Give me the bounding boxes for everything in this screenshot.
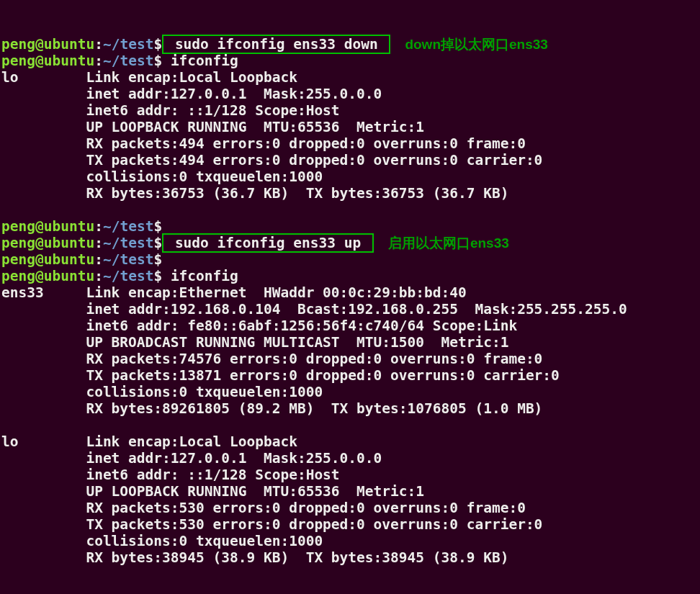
blank-line [1,566,699,582]
prompt-line-empty[interactable]: peng@ubuntu:~/test$ [1,251,699,268]
output-line: RX bytes:89261805 (89.2 MB) TX bytes:107… [1,400,699,417]
prompt-line[interactable]: peng@ubuntu:~/test$ ifconfig [1,53,699,69]
output-line: inet6 addr: ::1/128 Scope:Host [1,467,699,483]
output-line: TX packets:13871 errors:0 dropped:0 over… [1,367,699,384]
output-line: ens33 Link encap:Ethernet HWaddr 00:0c:2… [1,284,699,301]
output-line: RX bytes:38945 (38.9 KB) TX bytes:38945 … [1,549,699,566]
cmd-ifconfig-up: sudo ifconfig ens33 up [163,235,372,251]
at-sign: @ [35,36,44,53]
output-line: inet addr:192.168.0.104 Bcast:192.168.0.… [1,301,699,318]
terminal-output: peng@ubuntu:~/test$ sudo ifconfig ens33 … [0,0,700,587]
cwd: test [120,36,153,53]
output-line: TX packets:530 errors:0 dropped:0 overru… [1,516,699,533]
prompt-line[interactable]: peng@ubuntu:~/test$ sudo ifconfig ens33 … [1,36,699,53]
output-line: UP BROADCAST RUNNING MULTICAST MTU:1500 … [1,334,699,351]
tilde: ~ [103,36,112,53]
output-line: lo Link encap:Local Loopback [1,69,699,86]
output-line: inet6 addr: ::1/128 Scope:Host [1,102,699,119]
output-line: collisions:0 txqueuelen:1000 [1,168,699,185]
output-line: collisions:0 txqueuelen:1000 [1,533,699,549]
ifconfig-output-full: ens33 Link encap:Ethernet HWaddr 00:0c:2… [1,284,699,582]
colon: : [94,36,103,53]
user: peng [1,36,35,53]
highlight-box-down: sudo ifconfig ens33 down [162,35,390,54]
prompt-line-empty[interactable]: peng@ubuntu:~/test$ [1,218,699,235]
output-line: RX bytes:36753 (36.7 KB) TX bytes:36753 … [1,185,699,202]
cmd-ifconfig-down: sudo ifconfig ens33 down [163,36,389,53]
prompt-line[interactable]: peng@ubuntu:~/test$ sudo ifconfig ens33 … [1,235,699,251]
blank-line [1,202,699,218]
output-line: inet6 addr: fe80::6abf:1256:56f4:c740/64… [1,318,699,334]
cmd-ifconfig: ifconfig [162,53,238,69]
output-line: collisions:0 txqueuelen:1000 [1,384,699,400]
output-line: UP LOOPBACK RUNNING MTU:65536 Metric:1 [1,119,699,135]
output-line: RX packets:530 errors:0 dropped:0 overru… [1,500,699,516]
output-line: RX packets:74576 errors:0 dropped:0 over… [1,351,699,367]
annotation-up: 启用以太网口ens33 [374,235,509,251]
output-line: TX packets:494 errors:0 dropped:0 overru… [1,152,699,168]
dollar: $ [153,36,162,53]
output-line: lo Link encap:Local Loopback [1,433,699,450]
cmd-ifconfig: ifconfig [162,268,238,284]
output-line: inet addr:127.0.0.1 Mask:255.0.0.0 [1,450,699,467]
output-line: RX packets:494 errors:0 dropped:0 overru… [1,135,699,152]
ifconfig-output-lo: lo Link encap:Local Loopback inet addr:1… [1,69,699,218]
output-line: inet addr:127.0.0.1 Mask:255.0.0.0 [1,86,699,102]
host: ubuntu [44,36,94,53]
output-line: UP LOOPBACK RUNNING MTU:65536 Metric:1 [1,483,699,500]
prompt-line[interactable]: peng@ubuntu:~/test$ ifconfig [1,268,699,284]
annotation-down: down掉以太网口ens33 [390,36,547,53]
highlight-box-up: sudo ifconfig ens33 up [162,233,374,253]
path-slash: / [112,36,120,53]
blank-line [1,417,699,433]
